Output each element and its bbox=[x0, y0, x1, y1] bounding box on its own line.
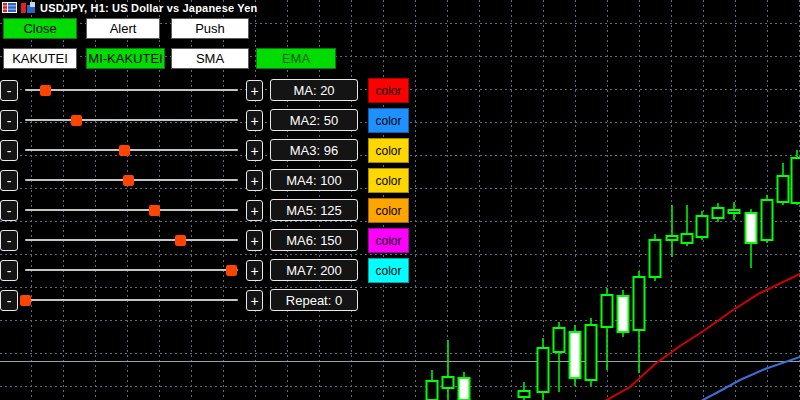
candle-body bbox=[570, 332, 581, 378]
decrement-button[interactable]: - bbox=[0, 290, 18, 311]
slider-thumb[interactable] bbox=[20, 295, 31, 306]
value-label: MA: 20 bbox=[270, 79, 358, 101]
slider-track[interactable] bbox=[25, 269, 238, 271]
candle-body bbox=[554, 328, 565, 352]
color-button[interactable]: color bbox=[368, 108, 409, 133]
candle-body bbox=[634, 277, 645, 330]
ma-blue-line bbox=[701, 357, 800, 400]
candle-body bbox=[459, 378, 470, 400]
candle-body bbox=[602, 295, 613, 327]
candle-body bbox=[650, 240, 661, 277]
slider-track[interactable] bbox=[25, 149, 238, 151]
color-button[interactable]: color bbox=[368, 168, 409, 193]
close-button[interactable]: Close bbox=[3, 18, 77, 39]
candle-body bbox=[427, 381, 438, 400]
value-label: Repeat: 0 bbox=[270, 289, 358, 311]
slider-track[interactable] bbox=[25, 89, 238, 91]
candle-body bbox=[618, 296, 629, 332]
slider-track[interactable] bbox=[25, 119, 238, 121]
candle-body bbox=[697, 216, 708, 237]
decrement-button[interactable]: - bbox=[0, 230, 18, 251]
candle-body bbox=[519, 391, 530, 397]
increment-button[interactable]: + bbox=[246, 110, 263, 131]
decrement-button[interactable]: - bbox=[0, 80, 18, 101]
slider-track[interactable] bbox=[25, 239, 238, 241]
chart-title: USDJPY, H1: US Dollar vs Japanese Yen bbox=[40, 2, 258, 14]
color-button[interactable]: color bbox=[368, 228, 409, 253]
candle-body bbox=[792, 158, 800, 203]
candle-body bbox=[746, 213, 757, 243]
increment-button[interactable]: + bbox=[246, 80, 263, 101]
slider-row: - + MA6: 150 color bbox=[0, 228, 412, 253]
decrement-button[interactable]: - bbox=[0, 260, 18, 281]
slider-thumb[interactable] bbox=[119, 145, 130, 156]
decrement-button[interactable]: - bbox=[0, 170, 18, 191]
slider-row: - + MA: 20 color bbox=[0, 78, 412, 103]
increment-button[interactable]: + bbox=[246, 230, 263, 251]
color-button[interactable]: color bbox=[368, 198, 409, 223]
slider-thumb[interactable] bbox=[175, 235, 186, 246]
slider-row: - + MA2: 50 color bbox=[0, 108, 412, 133]
chart-window: USDJPY, H1: US Dollar vs Japanese Yen Cl… bbox=[0, 0, 800, 400]
alert-button[interactable]: Alert bbox=[86, 18, 160, 39]
value-label: MA7: 200 bbox=[270, 259, 358, 281]
market-watch-icon bbox=[2, 2, 18, 14]
slider-thumb[interactable] bbox=[40, 85, 51, 96]
slider-row: - + MA3: 96 color bbox=[0, 138, 412, 163]
slider-thumb[interactable] bbox=[149, 205, 160, 216]
increment-button[interactable]: + bbox=[246, 260, 263, 281]
slider-track[interactable] bbox=[25, 209, 238, 211]
slider-track[interactable] bbox=[25, 299, 238, 301]
value-label: MA5: 125 bbox=[270, 199, 358, 221]
candle-body bbox=[729, 210, 740, 213]
increment-button[interactable]: + bbox=[246, 200, 263, 221]
candle-body bbox=[762, 200, 773, 240]
value-label: MA2: 50 bbox=[270, 109, 358, 131]
decrement-button[interactable]: - bbox=[0, 110, 18, 131]
increment-button[interactable]: + bbox=[246, 140, 263, 161]
slider-row: - + MA5: 125 color bbox=[0, 198, 412, 223]
candle-body bbox=[667, 236, 678, 240]
color-button[interactable]: color bbox=[368, 138, 409, 163]
color-button[interactable]: color bbox=[368, 78, 409, 103]
mi-kakutei-button[interactable]: MI-KAKUTEI bbox=[86, 48, 165, 69]
increment-button[interactable]: + bbox=[246, 170, 263, 191]
chart-icon bbox=[21, 2, 36, 14]
candle-body bbox=[778, 176, 789, 202]
slider-row: - + Repeat: 0 bbox=[0, 288, 412, 313]
slider-row: - + MA7: 200 color bbox=[0, 258, 412, 283]
ema-button[interactable]: EMA bbox=[256, 48, 336, 69]
candle-body bbox=[538, 348, 549, 392]
slider-thumb[interactable] bbox=[71, 115, 82, 126]
slider-thumb[interactable] bbox=[226, 265, 237, 276]
value-label: MA6: 150 bbox=[270, 229, 358, 251]
slider-thumb[interactable] bbox=[123, 175, 134, 186]
decrement-button[interactable]: - bbox=[0, 200, 18, 221]
sma-button[interactable]: SMA bbox=[171, 48, 249, 69]
chart-titlebar: USDJPY, H1: US Dollar vs Japanese Yen bbox=[0, 0, 800, 17]
push-button[interactable]: Push bbox=[171, 18, 249, 39]
candle-body bbox=[682, 234, 693, 243]
value-label: MA3: 96 bbox=[270, 139, 358, 161]
candle-body bbox=[713, 208, 724, 218]
increment-button[interactable]: + bbox=[246, 290, 263, 311]
candle-body bbox=[443, 377, 454, 388]
decrement-button[interactable]: - bbox=[0, 140, 18, 161]
color-button[interactable]: color bbox=[368, 258, 409, 283]
kakutei-button[interactable]: KAKUTEI bbox=[3, 48, 77, 69]
value-label: MA4: 100 bbox=[270, 169, 358, 191]
candle-body bbox=[586, 325, 597, 380]
slider-row: - + MA4: 100 color bbox=[0, 168, 412, 193]
